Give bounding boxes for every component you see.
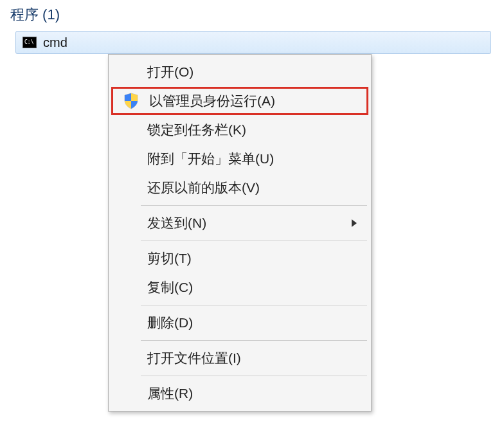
menu-properties[interactable]: 属性(R) xyxy=(111,379,368,408)
menu-cut[interactable]: 剪切(T) xyxy=(111,244,368,273)
menu-properties-label: 属性(R) xyxy=(147,385,193,403)
context-menu: 打开(O) 以管理员身份运行(A) 锁定到任务栏(K) 附到「开始」菜单(U) … xyxy=(108,54,372,412)
search-result-cmd[interactable]: cmd xyxy=(15,31,491,54)
cmd-icon xyxy=(22,37,37,48)
menu-send-to[interactable]: 发送到(N) xyxy=(111,209,368,237)
menu-open-label: 打开(O) xyxy=(147,63,194,81)
menu-open-location[interactable]: 打开文件位置(I) xyxy=(111,344,368,372)
shield-icon xyxy=(122,92,140,110)
menu-separator xyxy=(141,241,367,241)
menu-separator xyxy=(141,376,367,376)
menu-open[interactable]: 打开(O) xyxy=(111,58,368,86)
menu-separator xyxy=(141,305,367,305)
menu-pin-start[interactable]: 附到「开始」菜单(U) xyxy=(111,145,368,173)
search-result-label: cmd xyxy=(43,35,68,50)
menu-restore-versions-label: 还原以前的版本(V) xyxy=(147,179,260,197)
menu-run-as-admin-label: 以管理员身份运行(A) xyxy=(149,92,275,110)
menu-run-as-admin[interactable]: 以管理员身份运行(A) xyxy=(111,87,368,115)
results-header: 程序 (1) xyxy=(0,0,504,31)
menu-pin-taskbar[interactable]: 锁定到任务栏(K) xyxy=(111,116,368,144)
menu-restore-versions[interactable]: 还原以前的版本(V) xyxy=(111,174,368,202)
menu-send-to-label: 发送到(N) xyxy=(147,214,206,232)
menu-separator xyxy=(141,340,367,341)
menu-delete-label: 删除(D) xyxy=(147,314,193,332)
menu-pin-taskbar-label: 锁定到任务栏(K) xyxy=(147,121,246,139)
menu-separator xyxy=(141,205,367,206)
menu-delete[interactable]: 删除(D) xyxy=(111,309,368,337)
menu-pin-start-label: 附到「开始」菜单(U) xyxy=(147,150,274,168)
results-header-text: 程序 (1) xyxy=(10,6,60,23)
menu-open-location-label: 打开文件位置(I) xyxy=(147,349,241,367)
menu-copy-label: 复制(C) xyxy=(147,278,193,296)
chevron-right-icon xyxy=(352,219,357,227)
menu-cut-label: 剪切(T) xyxy=(147,250,192,268)
menu-copy[interactable]: 复制(C) xyxy=(111,273,368,302)
